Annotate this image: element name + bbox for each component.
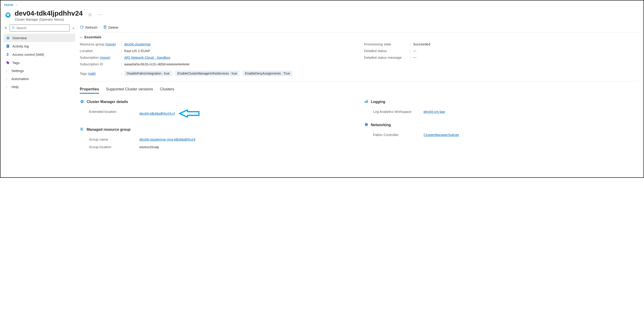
essentials-toggle[interactable]: ︿ Essentials bbox=[80, 32, 639, 41]
svg-rect-22 bbox=[367, 100, 368, 103]
resource-header: dev04-tdk4ljpdhhv24 Cluster Manager (Ope… bbox=[0, 8, 644, 24]
tags-edit-link[interactable]: edit bbox=[89, 72, 95, 76]
delete-label: Delete bbox=[108, 26, 118, 29]
essentials-panel: Resource group (move) : dev04-clustermgr… bbox=[80, 41, 639, 81]
subid-label: Subscription ID bbox=[80, 62, 121, 66]
sidebar-item-label: Settings bbox=[12, 69, 73, 73]
delete-button[interactable]: Delete bbox=[103, 25, 118, 30]
svg-rect-8 bbox=[7, 46, 8, 46]
sidebar-item-label: Access control (IAM) bbox=[12, 53, 73, 57]
provstate-label: Provisioning state bbox=[364, 42, 410, 46]
resource-group-icon bbox=[80, 127, 84, 132]
extloc-label: Extended location bbox=[89, 110, 140, 118]
sidebar-item-label: Activity log bbox=[12, 44, 73, 48]
more-menu-icon[interactable]: ··· bbox=[98, 12, 102, 17]
chevron-right-icon: 〉 bbox=[6, 69, 9, 73]
sidebar-item-activity-log[interactable]: Activity log bbox=[4, 42, 75, 50]
cluster-manager-icon bbox=[80, 99, 84, 105]
networking-icon bbox=[364, 122, 369, 128]
sidebar: ⇅ « Overview Activity log Access c bbox=[0, 24, 77, 178]
cluster-manager-icon bbox=[4, 11, 12, 19]
sort-handle-icon[interactable]: ⇅ bbox=[4, 26, 8, 30]
sidebar-item-automation[interactable]: 〉 Automation bbox=[4, 75, 75, 83]
sidebar-item-label: Help bbox=[12, 85, 73, 89]
mrg-loc-label: Group location bbox=[89, 145, 140, 149]
sidebar-item-iam[interactable]: Access control (IAM) bbox=[4, 50, 75, 59]
mrg-heading: Managed resource group bbox=[87, 128, 130, 132]
sub-label: Subscription ( bbox=[80, 56, 101, 59]
page-title: dev04-tdk4ljpdhhv24 bbox=[15, 10, 83, 17]
sidebar-item-label: Overview bbox=[12, 36, 73, 40]
svg-rect-13 bbox=[104, 26, 106, 29]
tab-clusters[interactable]: Clusters bbox=[160, 86, 174, 94]
cm-details-heading: Cluster Manager details bbox=[87, 100, 128, 104]
tags-icon bbox=[6, 61, 10, 65]
svg-point-2 bbox=[12, 26, 14, 28]
tags-label: Tags ( bbox=[80, 72, 89, 76]
sidebar-search[interactable] bbox=[10, 25, 70, 32]
collapse-sidebar-icon[interactable]: « bbox=[72, 26, 75, 30]
networking-heading: Networking bbox=[371, 123, 391, 127]
refresh-icon bbox=[80, 25, 84, 30]
mrg-name-label: Group name bbox=[89, 137, 140, 141]
toolbar: Refresh Delete bbox=[80, 24, 639, 32]
svg-point-12 bbox=[7, 62, 7, 62]
tag-pill[interactable]: EnableClusterManagerInfraServices : true bbox=[175, 71, 240, 76]
chevron-right-icon: 〉 bbox=[6, 77, 9, 81]
sidebar-item-help[interactable]: 〉 Help bbox=[4, 83, 75, 91]
sidebar-item-settings[interactable]: 〉 Settings bbox=[4, 67, 75, 75]
svg-point-1 bbox=[7, 14, 9, 16]
favorite-star-icon[interactable]: ☆ bbox=[88, 12, 92, 18]
activity-log-icon bbox=[6, 44, 10, 48]
law-link[interactable]: dev04-cm-law bbox=[424, 110, 445, 114]
tag-pill[interactable]: EnableDenyAssignments : True bbox=[243, 71, 292, 76]
rg-value-link[interactable]: dev04-clustermgr bbox=[124, 42, 151, 46]
svg-point-19 bbox=[82, 101, 83, 102]
iam-icon bbox=[6, 52, 10, 57]
location-label: Location bbox=[80, 49, 121, 53]
rg-move-link[interactable]: move bbox=[106, 42, 115, 46]
sub-move-link[interactable]: move bbox=[101, 56, 109, 59]
mrg-name-link[interactable]: dev04-clustermgr-mrg-tdk4ljpdhhv24 bbox=[140, 137, 195, 141]
tab-versions[interactable]: Supported Cluster versions bbox=[106, 86, 153, 94]
rg-label: Resource group ( bbox=[80, 42, 106, 46]
tab-properties[interactable]: Properties bbox=[80, 86, 99, 94]
dstatus-label: Detailed status bbox=[364, 49, 410, 53]
refresh-button[interactable]: Refresh bbox=[80, 25, 98, 30]
provstate-value: Succeeded bbox=[413, 42, 639, 46]
breadcrumb-home[interactable]: Home bbox=[4, 3, 13, 7]
refresh-label: Refresh bbox=[85, 26, 98, 29]
sidebar-item-overview[interactable]: Overview bbox=[4, 34, 75, 42]
fc-label: Fabric Controller bbox=[373, 133, 424, 137]
sub-value-link[interactable]: AfO Network Cloud - Sandbox bbox=[124, 56, 170, 59]
tab-strip: Properties Supported Cluster versions Cl… bbox=[80, 81, 639, 95]
fc-link[interactable]: ClusterManagerSubnet bbox=[424, 133, 459, 137]
svg-rect-21 bbox=[366, 101, 366, 103]
chevron-right-icon: 〉 bbox=[6, 85, 9, 89]
svg-rect-9 bbox=[7, 47, 8, 47]
main-content: Refresh Delete ︿ Essentials Resource gro… bbox=[77, 24, 644, 178]
svg-point-5 bbox=[8, 38, 9, 39]
logging-heading: Logging bbox=[371, 100, 386, 104]
svg-point-10 bbox=[7, 53, 8, 54]
search-icon bbox=[12, 26, 15, 30]
sidebar-item-tags[interactable]: Tags bbox=[4, 59, 75, 67]
resource-type-subtitle: Cluster Manager (Operator Nexus) bbox=[15, 18, 83, 21]
overview-icon bbox=[6, 36, 10, 40]
chevron-up-icon: ︿ bbox=[80, 35, 82, 39]
dstatus-value: --- bbox=[413, 49, 639, 53]
properties-panel: Cluster Manager details Extended locatio… bbox=[80, 95, 639, 158]
svg-point-11 bbox=[8, 54, 9, 55]
svg-rect-20 bbox=[364, 101, 365, 103]
location-value: East US 2 EUAP bbox=[124, 49, 355, 53]
delete-icon bbox=[103, 25, 107, 30]
extloc-link[interactable]: dev04-tdk4ljpdhhv24-cl bbox=[140, 112, 175, 115]
svg-rect-7 bbox=[7, 45, 8, 46]
sidebar-item-label: Tags bbox=[12, 61, 73, 65]
chevron-right-icon: 〉 bbox=[16, 4, 18, 7]
breadcrumb: Home 〉 bbox=[0, 1, 644, 8]
search-input[interactable] bbox=[16, 26, 68, 30]
svg-line-3 bbox=[14, 28, 15, 29]
callout-arrow-icon bbox=[179, 110, 200, 118]
tag-pill[interactable]: DisableFabricIntegration : true bbox=[124, 71, 172, 76]
